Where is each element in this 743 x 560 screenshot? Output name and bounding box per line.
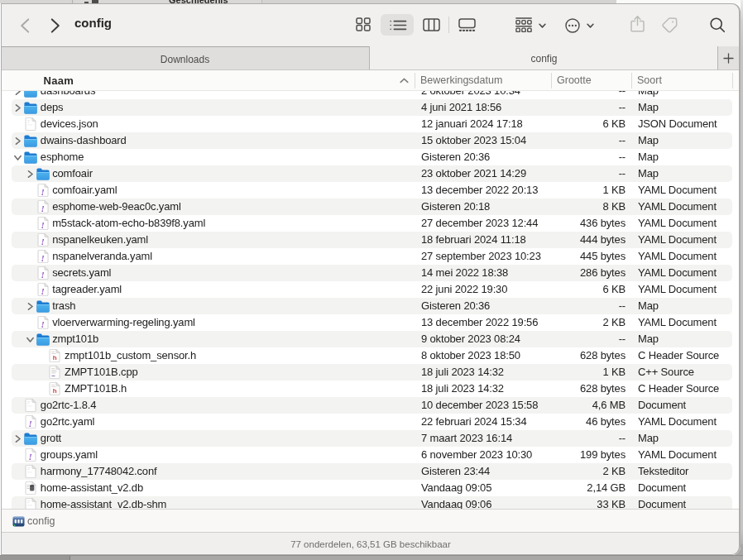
svg-text:!: !	[41, 270, 44, 280]
svg-text:!: !	[41, 220, 44, 230]
svg-text:!: !	[41, 237, 44, 246]
svg-text:!: !	[41, 253, 44, 263]
svg-text:!: !	[28, 452, 31, 462]
svg-text:h: h	[53, 387, 57, 395]
svg-text:!: !	[41, 187, 44, 197]
svg-text:!: !	[28, 419, 31, 428]
svg-text:!: !	[41, 319, 44, 329]
svg-text:!: !	[41, 203, 44, 213]
svg-text:h: h	[53, 354, 57, 361]
svg-text:!: !	[41, 286, 44, 296]
